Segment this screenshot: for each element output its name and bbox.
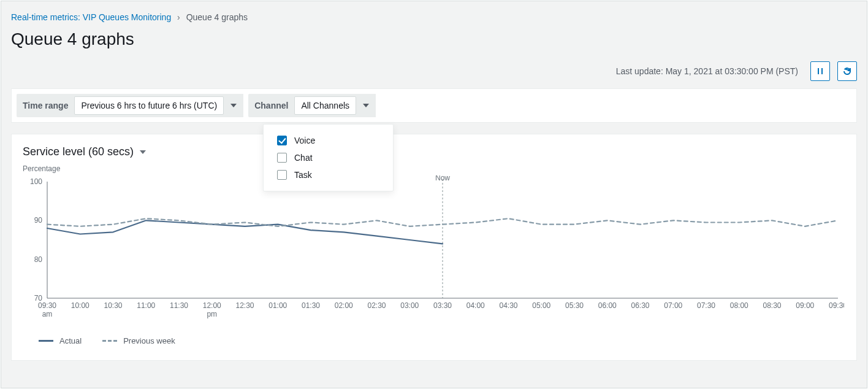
- pause-icon: [816, 67, 824, 75]
- chart-title-text: Service level (60 secs): [23, 145, 134, 158]
- line-chart-svg: 70809010009:30am10:0010:3011:0011:3012:0…: [23, 175, 844, 323]
- legend-actual: Actual: [39, 336, 82, 345]
- chart-plot-area: 70809010009:30am10:0010:3011:0011:3012:0…: [23, 175, 845, 323]
- y-axis-title: Percentage: [23, 164, 845, 173]
- chart-title[interactable]: Service level (60 secs): [23, 145, 845, 158]
- svg-text:11:00: 11:00: [137, 301, 155, 310]
- svg-text:08:30: 08:30: [763, 301, 781, 310]
- svg-text:am: am: [42, 310, 53, 318]
- svg-text:04:30: 04:30: [499, 301, 517, 310]
- chevron-right-icon: ›: [177, 12, 180, 22]
- chart-panel: Service level (60 secs) Percentage 70809…: [11, 134, 857, 361]
- legend-swatch-dash: [102, 340, 117, 342]
- svg-text:12:00: 12:00: [203, 301, 221, 310]
- svg-text:07:00: 07:00: [664, 301, 682, 310]
- chart-legend: Actual Previous week: [23, 336, 845, 345]
- svg-text:Now: Now: [435, 175, 450, 182]
- channel-value[interactable]: All Channels: [294, 96, 356, 115]
- checkbox-icon: [277, 170, 287, 180]
- caret-down-icon: [230, 104, 237, 107]
- channel-option-voice[interactable]: Voice: [264, 132, 393, 149]
- svg-text:02:30: 02:30: [367, 301, 386, 310]
- time-range-caret[interactable]: [224, 94, 243, 117]
- svg-text:03:00: 03:00: [400, 301, 419, 310]
- svg-text:02:00: 02:00: [335, 301, 353, 310]
- channel-label: Channel: [248, 94, 294, 117]
- channel-option-chat[interactable]: Chat: [264, 149, 393, 166]
- breadcrumb: Real-time metrics: VIP Queues Monitoring…: [1, 1, 867, 27]
- svg-text:09:00: 09:00: [796, 301, 814, 310]
- legend-swatch-solid: [39, 340, 53, 342]
- last-update-text: Last update: May 1, 2021 at 03:30:00 PM …: [616, 66, 798, 76]
- svg-text:10:30: 10:30: [104, 301, 122, 310]
- svg-text:pm: pm: [207, 310, 217, 318]
- svg-text:100: 100: [30, 177, 42, 186]
- channel-option-task[interactable]: Task: [264, 166, 393, 183]
- caret-down-icon: [363, 104, 369, 107]
- channel-filter: Channel All Channels: [248, 94, 376, 117]
- time-range-label: Time range: [17, 94, 74, 117]
- svg-text:09:30: 09:30: [38, 301, 56, 310]
- svg-text:12:30: 12:30: [235, 301, 254, 310]
- channel-caret[interactable]: [356, 94, 376, 117]
- svg-text:01:30: 01:30: [302, 301, 320, 310]
- channel-option-label: Chat: [294, 153, 313, 163]
- breadcrumb-parent-link[interactable]: Real-time metrics: VIP Queues Monitoring: [11, 12, 171, 22]
- svg-text:80: 80: [34, 255, 43, 264]
- svg-text:01:00: 01:00: [268, 301, 287, 310]
- refresh-button[interactable]: [837, 61, 857, 81]
- svg-text:06:00: 06:00: [598, 301, 617, 310]
- filters-bar: Time range Previous 6 hrs to future 6 hr…: [11, 88, 857, 123]
- toolbar: Last update: May 1, 2021 at 03:30:00 PM …: [1, 61, 867, 88]
- channel-option-label: Task: [294, 170, 312, 180]
- legend-label: Actual: [59, 336, 82, 345]
- svg-text:06:30: 06:30: [631, 301, 649, 310]
- svg-text:07:30: 07:30: [697, 301, 715, 310]
- svg-text:11:30: 11:30: [170, 301, 188, 310]
- svg-text:04:00: 04:00: [466, 301, 485, 310]
- svg-text:09:30: 09:30: [829, 301, 844, 310]
- time-range-filter: Time range Previous 6 hrs to future 6 hr…: [17, 94, 243, 117]
- svg-text:05:00: 05:00: [532, 301, 550, 310]
- legend-previous: Previous week: [102, 336, 175, 345]
- svg-text:08:00: 08:00: [730, 301, 748, 310]
- svg-text:90: 90: [34, 216, 43, 225]
- channel-dropdown: Voice Chat Task: [263, 124, 394, 191]
- checkbox-icon: [277, 153, 287, 163]
- svg-text:05:30: 05:30: [565, 301, 584, 310]
- svg-text:10:00: 10:00: [71, 301, 89, 310]
- refresh-icon: [842, 66, 852, 76]
- channel-option-label: Voice: [294, 136, 315, 145]
- time-range-value[interactable]: Previous 6 hrs to future 6 hrs (UTC): [74, 96, 224, 115]
- caret-down-icon: [140, 150, 146, 154]
- checkbox-checked-icon: [277, 136, 287, 145]
- page-title: Queue 4 graphs: [1, 27, 867, 61]
- legend-label: Previous week: [123, 336, 175, 345]
- breadcrumb-current: Queue 4 graphs: [186, 12, 248, 22]
- pause-button[interactable]: [810, 61, 830, 81]
- svg-text:03:30: 03:30: [433, 301, 452, 310]
